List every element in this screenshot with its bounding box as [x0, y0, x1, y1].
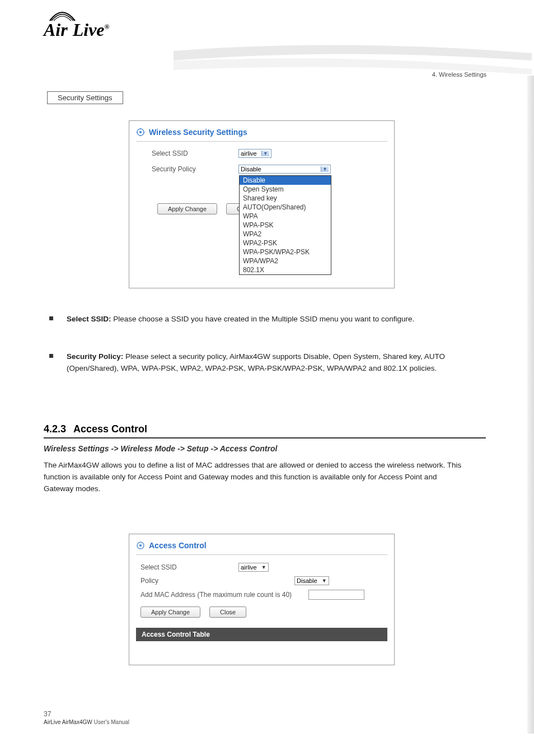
bullet-select-ssid: Select SSID: Please choose a SSID you ha… [44, 314, 486, 325]
logo-live: Live [73, 20, 105, 40]
option-wpa-psk[interactable]: WPA-PSK [240, 221, 331, 230]
apply-change-button[interactable]: Apply Change [157, 203, 217, 214]
select-ssid-value: airlive [241, 564, 257, 571]
svg-point-7 [139, 544, 142, 547]
option-wpa2-psk[interactable]: WPA2-PSK [240, 239, 331, 248]
option-disable[interactable]: Disable [240, 176, 331, 185]
section-paragraph: The AirMax4GW allows you to define a lis… [44, 460, 462, 495]
access-control-table-header: Access Control Table [136, 628, 387, 641]
select-ssid-value: airlive [241, 150, 257, 157]
panel-title-text: Wireless Security Settings [149, 128, 247, 137]
select-ssid-dropdown[interactable]: airlive ▼ [238, 563, 269, 572]
bullet-icon [49, 354, 53, 358]
bullet-title: Security Policy: [67, 352, 123, 361]
chevron-down-icon: ▼ [322, 578, 327, 584]
page-footer: 37 AirLive AirMax4GW User's Manual [44, 710, 129, 725]
section-rule [44, 437, 486, 438]
security-policy-value: Disable [241, 166, 261, 172]
add-mac-label: Add MAC Address (The maximum rule count … [140, 590, 308, 599]
close-button[interactable]: Close [209, 606, 246, 618]
option-auto[interactable]: AUTO(Open/Shared) [240, 203, 331, 212]
section-breadcrumb: Wireless Settings -> Wireless Mode -> Se… [44, 444, 486, 453]
wireless-security-panel: Wireless Security Settings Select SSID a… [129, 120, 395, 288]
select-ssid-label: Select SSID [152, 150, 238, 157]
section-title: Access Control [73, 423, 147, 435]
bullet-body: Please select a security policy, AirMax4… [67, 352, 445, 372]
option-wpa-psk-wpa2-psk[interactable]: WPA-PSK/WPA2-PSK [240, 248, 331, 256]
chapter-heading: 4. Wireless Settings [432, 71, 486, 78]
chevron-down-icon: ▼ [261, 151, 269, 156]
page-edge-decoration [527, 76, 534, 734]
divider [136, 141, 387, 142]
policy-label: Policy [140, 577, 294, 585]
page-number: 37 [44, 710, 51, 718]
option-8021x[interactable]: 802.1X [240, 265, 331, 274]
gear-icon [136, 128, 145, 137]
bullet-body: Please choose a SSID you have created in… [111, 315, 415, 323]
option-open-system[interactable]: Open System [240, 185, 331, 194]
bullet-icon [49, 316, 53, 320]
security-policy-label: Security Policy [152, 165, 238, 173]
divider [136, 554, 387, 555]
select-ssid-label: Select SSID [140, 563, 238, 571]
option-wpa2[interactable]: WPA2 [240, 230, 331, 239]
footer-subtitle: User's Manual [92, 719, 129, 725]
panel-title: Access Control [136, 541, 394, 550]
brand-logo: Air Live® [44, 20, 156, 59]
chevron-down-icon: ▼ [261, 564, 266, 570]
chevron-down-icon: ▼ [321, 166, 329, 172]
security-policy-dropdown[interactable]: Disable ▼ Disable Open System Shared key… [238, 165, 331, 174]
panel-title: Wireless Security Settings [136, 128, 394, 137]
svg-point-1 [139, 131, 142, 133]
footer-product: AirLive AirMax4GW [44, 719, 92, 725]
select-ssid-dropdown[interactable]: airlive ▼ [238, 149, 271, 158]
section-heading-box: Security Settings [47, 91, 123, 104]
add-mac-input[interactable] [308, 590, 364, 600]
logo-registered: ® [105, 23, 110, 31]
apply-change-button[interactable]: Apply Change [140, 606, 200, 618]
access-control-panel: Access Control Select SSID airlive ▼ Pol… [129, 534, 395, 665]
security-policy-options: Disable Open System Shared key AUTO(Open… [239, 175, 331, 275]
section-access-control: 4.2.3 Access Control Wireless Settings -… [44, 423, 486, 495]
banner-swoosh [174, 41, 532, 74]
policy-value: Disable [297, 577, 317, 584]
option-wpa[interactable]: WPA [240, 212, 331, 221]
bullet-title: Select SSID: [67, 315, 111, 323]
panel-title-text: Access Control [149, 541, 207, 550]
section-number: 4.2.3 [44, 423, 66, 435]
bullet-security-policy: Security Policy: Please select a securit… [44, 351, 486, 375]
option-wpa-wpa2[interactable]: WPA/WPA2 [240, 256, 331, 265]
policy-dropdown[interactable]: Disable ▼ [294, 576, 329, 585]
gear-icon [136, 541, 145, 550]
logo-air: Air [44, 20, 68, 40]
option-shared-key[interactable]: Shared key [240, 194, 331, 203]
